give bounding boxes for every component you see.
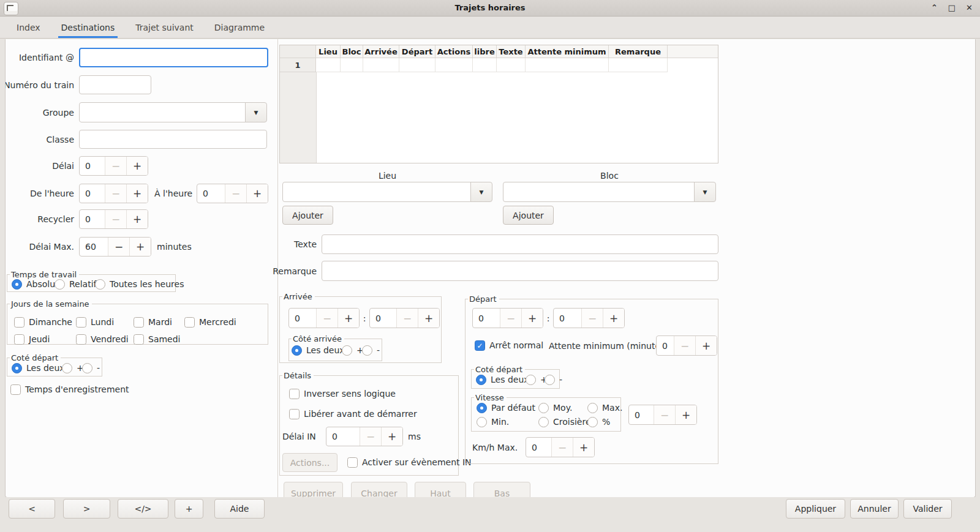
radio-vitesse-min[interactable]: Min.: [477, 417, 509, 427]
radio-vitesse-par-defaut[interactable]: Par défaut: [477, 403, 535, 413]
arrivee-minute-spinner[interactable]: 0 − +: [369, 308, 440, 328]
depart-heure-decrement-button[interactable]: −: [500, 309, 521, 328]
column-header-texte[interactable]: Texte: [497, 45, 526, 58]
tab-destinations[interactable]: Destinations: [51, 17, 126, 38]
tab-trajet-suivant[interactable]: Trajet suivant: [125, 17, 204, 38]
vitesse-spinner[interactable]: 0 − +: [628, 405, 697, 425]
arrivee-minute-increment-button[interactable]: +: [418, 309, 439, 328]
numero-train-input[interactable]: [79, 75, 151, 94]
delai-max-increment-button[interactable]: +: [129, 238, 151, 256]
haut-button[interactable]: Haut: [415, 482, 466, 498]
radio-depart-cote-les-deux[interactable]: Les deux: [476, 375, 529, 385]
radio-vitesse-moy[interactable]: Moy.: [538, 403, 572, 413]
actions-button[interactable]: Actions...: [282, 453, 337, 472]
radio-relatif[interactable]: Relatif: [55, 279, 97, 290]
ajouter-bloc-button[interactable]: Ajouter: [503, 206, 554, 225]
delai-max-decrement-button[interactable]: −: [108, 238, 129, 256]
cell-actions[interactable]: [435, 58, 473, 72]
valider-button[interactable]: Valider: [903, 499, 952, 519]
checkbox-inverser-sens-logique[interactable]: Inverser sens logique: [289, 389, 396, 399]
radio-absolu[interactable]: Absolu: [12, 279, 55, 290]
radio-vitesse-max[interactable]: Max.: [587, 403, 622, 413]
row-number-cell[interactable]: 1: [280, 58, 316, 72]
attente-minimum-spinner[interactable]: 0 − +: [656, 335, 717, 356]
cell-remarque[interactable]: [609, 58, 668, 72]
vitesse-increment-button[interactable]: +: [675, 405, 696, 424]
radio-depart-cote-moins[interactable]: -: [545, 375, 562, 385]
groupe-dropdown-button[interactable]: ▼: [245, 102, 267, 122]
arrivee-minute-decrement-button[interactable]: −: [396, 309, 418, 328]
radio-vitesse-croisiere[interactable]: Croisière: [538, 417, 591, 427]
add-button[interactable]: +: [175, 499, 203, 519]
depart-minute-increment-button[interactable]: +: [603, 309, 624, 328]
depart-heure-spinner[interactable]: 0 − +: [472, 308, 543, 328]
bloc-input[interactable]: [503, 182, 695, 202]
cell-libre[interactable]: [473, 58, 497, 72]
cell-depart[interactable]: [399, 58, 435, 72]
column-header-arrivee[interactable]: Arrivée: [363, 45, 399, 58]
column-header-bloc[interactable]: Bloc: [341, 45, 363, 58]
cell-attente-minimum[interactable]: [526, 58, 609, 72]
column-header-actions[interactable]: Actions: [435, 45, 473, 58]
delai-max-spinner[interactable]: 60 − +: [79, 237, 151, 257]
checkbox-samedi[interactable]: Samedi: [134, 334, 181, 345]
arrivee-heure-increment-button[interactable]: +: [337, 309, 359, 328]
attente-minimum-decrement-button[interactable]: −: [674, 336, 695, 355]
radio-cote-arrivee-les-deux[interactable]: Les deux: [292, 345, 345, 356]
column-header-depart[interactable]: Départ: [399, 45, 435, 58]
de-lheure-increment-button[interactable]: +: [126, 184, 148, 203]
lieu-dropdown-button[interactable]: ▼: [470, 182, 492, 202]
table-row[interactable]: 1: [280, 58, 718, 72]
checkbox-dimanche[interactable]: Dimanche: [14, 317, 72, 328]
groupe-combobox[interactable]: ▼: [79, 102, 267, 122]
texte-input[interactable]: [322, 234, 718, 254]
radio-vitesse-pourcent[interactable]: %: [587, 417, 610, 427]
de-lheure-spinner[interactable]: 0 − +: [79, 184, 148, 203]
annuler-button[interactable]: Annuler: [850, 499, 899, 519]
radio-cote-depart-moins[interactable]: -: [82, 363, 100, 373]
checkbox-lundi[interactable]: Lundi: [76, 317, 114, 328]
ajouter-lieu-button[interactable]: Ajouter: [282, 206, 333, 225]
classe-input[interactable]: [79, 130, 267, 149]
close-icon[interactable]: ✕: [966, 0, 973, 16]
vitesse-decrement-button[interactable]: −: [654, 405, 675, 424]
radio-cote-depart-plus[interactable]: +: [62, 363, 84, 373]
maximize-icon[interactable]: □: [948, 0, 956, 16]
cell-bloc[interactable]: [341, 58, 363, 72]
depart-heure-increment-button[interactable]: +: [521, 309, 543, 328]
tab-index[interactable]: Index: [6, 17, 51, 38]
bloc-combobox[interactable]: ▼: [503, 182, 716, 202]
checkbox-jeudi[interactable]: Jeudi: [14, 334, 50, 345]
recycler-spinner[interactable]: 0 − +: [79, 209, 148, 229]
radio-cote-depart-les-deux[interactable]: Les deux: [12, 363, 65, 373]
radio-cote-arrivee-plus[interactable]: +: [342, 345, 364, 356]
lieu-combobox[interactable]: ▼: [282, 182, 492, 202]
a-lheure-decrement-button[interactable]: −: [225, 184, 246, 203]
lieu-input[interactable]: [282, 182, 471, 202]
radio-toutes-les-heures[interactable]: Toutes les heures: [95, 279, 184, 290]
arrivee-heure-decrement-button[interactable]: −: [316, 309, 337, 328]
a-lheure-spinner[interactable]: 0 − +: [197, 184, 268, 203]
depart-minute-spinner[interactable]: 0 − +: [553, 308, 625, 328]
checkbox-mercredi[interactable]: Mercredi: [184, 317, 236, 328]
previous-button[interactable]: <: [9, 499, 55, 519]
checkbox-mardi[interactable]: Mardi: [134, 317, 172, 328]
arrivee-heure-spinner[interactable]: 0 − +: [288, 308, 360, 328]
changer-button[interactable]: Changer: [351, 482, 407, 498]
depart-minute-decrement-button[interactable]: −: [581, 309, 603, 328]
delai-in-decrement-button[interactable]: −: [360, 427, 381, 446]
checkbox-temps-enregistrement[interactable]: Temps d'enregistrement: [10, 384, 129, 395]
supprimer-button[interactable]: Supprimer: [284, 482, 343, 498]
appliquer-button[interactable]: Appliquer: [786, 499, 845, 519]
remarque-input[interactable]: [322, 261, 718, 281]
delai-decrement-button[interactable]: −: [105, 157, 126, 175]
destinations-table[interactable]: Lieu Bloc Arrivée Départ Actions libre T…: [279, 45, 718, 163]
kmh-max-spinner[interactable]: 0 − +: [526, 437, 595, 457]
delai-in-spinner[interactable]: 0 − +: [326, 427, 403, 446]
checkbox-arret-normal[interactable]: ✓ Arrêt normal: [475, 340, 543, 351]
kmh-max-increment-button[interactable]: +: [573, 438, 594, 457]
column-header-lieu[interactable]: Lieu: [316, 45, 341, 58]
cell-lieu[interactable]: [316, 58, 341, 72]
groupe-input[interactable]: [79, 102, 246, 122]
column-header-attente-minimum[interactable]: Attente minimum: [526, 45, 609, 58]
